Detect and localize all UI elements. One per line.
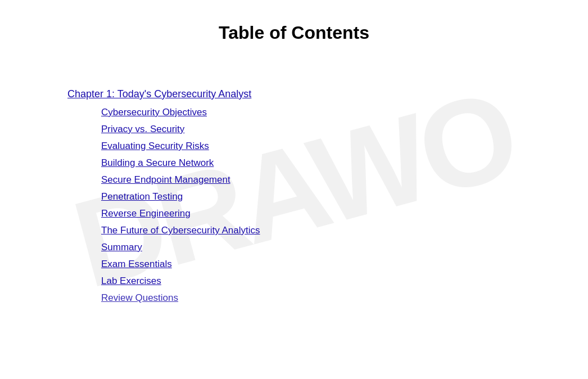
sub-link-item[interactable]: The Future of Cybersecurity Analytics — [101, 225, 554, 236]
sub-link-item[interactable]: Building a Secure Network — [101, 157, 554, 169]
sub-link-item[interactable]: Evaluating Security Risks — [101, 141, 554, 152]
sub-link-item[interactable]: Penetration Testing — [101, 191, 554, 202]
sub-link-item[interactable]: Privacy vs. Security — [101, 124, 554, 135]
page-title: Table of Contents — [34, 22, 554, 43]
sub-link-item[interactable]: Exam Essentials — [101, 259, 554, 270]
page-content: Table of Contents Chapter 1: Today's Cyb… — [0, 0, 588, 332]
sub-link-item[interactable]: Lab Exercises — [101, 276, 554, 287]
sub-link-item[interactable]: Cybersecurity Objectives — [101, 107, 554, 118]
sub-link-item[interactable]: Reverse Engineering — [101, 208, 554, 219]
toc-container: Chapter 1: Today's Cybersecurity Analyst… — [34, 88, 554, 304]
sub-link-item[interactable]: Secure Endpoint Management — [101, 174, 554, 186]
chapter-link[interactable]: Chapter 1: Today's Cybersecurity Analyst — [67, 88, 554, 100]
sub-link-item[interactable]: Review Questions — [101, 292, 554, 304]
sub-link-item[interactable]: Summary — [101, 242, 554, 253]
sub-items-list: Cybersecurity ObjectivesPrivacy vs. Secu… — [67, 107, 554, 304]
